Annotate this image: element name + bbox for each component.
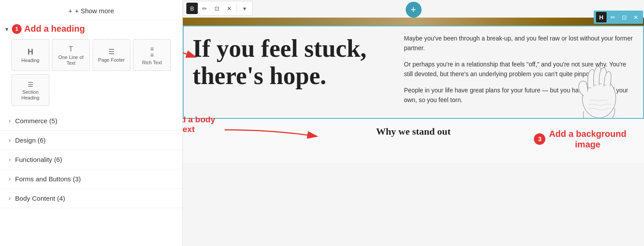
add-heading-label: ▾ 1 Add a heading	[5, 24, 177, 34]
block-label-heading: Heading	[22, 58, 40, 63]
one-line-text-icon: T	[69, 46, 73, 53]
category-label-functionality: Functionality (6)	[15, 156, 62, 163]
editing-block: H ✏ ⊡ ✕ If you feel stuck, there's hope.…	[183, 26, 644, 119]
chevron-forms-icon: ›	[9, 176, 11, 182]
block-toolbar-top: B ✏ ⊡ ✕ ▾	[184, 1, 253, 16]
heading-copy-button[interactable]: ⊡	[619, 12, 629, 22]
toolbar-edit-button[interactable]: ✏	[199, 3, 210, 14]
heading-edit-toolbar: H ✏ ⊡ ✕	[594, 11, 643, 24]
category-item-forms-buttons[interactable]: › Forms and Buttons (3)	[0, 169, 182, 189]
category-label-design: Design (6)	[15, 136, 45, 144]
add-background-label: Add a backgroundimage	[549, 129, 626, 150]
block-label-page-footer: Page Footer	[98, 57, 125, 63]
category-item-design[interactable]: › Design (6)	[0, 131, 182, 150]
bottom-section: Why we stand out 3 Add a backgroundimage	[183, 119, 644, 163]
heading-block-icon: H	[28, 48, 33, 56]
sketch-illustration	[564, 56, 634, 127]
main-heading-text: If you feel stuck, there's hope.	[184, 26, 395, 118]
show-more-label: + Show more	[75, 7, 114, 15]
category-list: › Commerce (5) › Design (6) › Functional…	[0, 110, 182, 246]
image-strip	[183, 18, 644, 26]
block-grid-row1: H Heading T One Line of Text ☰ Page Foot…	[5, 37, 177, 74]
main-content: B ✏ ⊡ ✕ ▾ + H ✏ ⊡ ✕ If you feel stuck, t…	[183, 0, 644, 163]
badge-1: 1	[12, 24, 22, 34]
plus-icon: +	[68, 7, 72, 15]
block-item-section-heading[interactable]: ☰ Section Heading	[11, 74, 49, 106]
toolbar-delete-button[interactable]: ✕	[223, 3, 235, 14]
collapse-chevron-button[interactable]: ▾	[5, 26, 8, 33]
category-label-body: Body Content (4)	[15, 195, 65, 202]
chevron-functionality-icon: ›	[9, 156, 11, 163]
block-item-page-footer[interactable]: ☰ Page Footer	[93, 39, 130, 71]
category-item-functionality[interactable]: › Functionality (6)	[0, 150, 182, 169]
sidebar: + + Show more ▾ 1 Add a heading H Headin…	[0, 0, 183, 246]
page-footer-icon: ☰	[108, 48, 115, 55]
add-heading-section: ▾ 1 Add a heading H Heading T One Line o…	[0, 20, 182, 110]
toolbar-duplicate-button[interactable]: ⊡	[211, 3, 222, 14]
block-label-section-heading: Section Heading	[14, 89, 47, 101]
category-label-commerce: Commerce (5)	[15, 117, 57, 125]
section-heading-icon: ☰	[28, 81, 33, 88]
category-label-forms: Forms and Buttons (3)	[15, 175, 81, 183]
category-item-commerce[interactable]: › Commerce (5)	[0, 111, 182, 131]
heading-delete-button[interactable]: ✕	[630, 12, 641, 22]
show-more-button[interactable]: + + Show more	[0, 4, 182, 17]
block-item-one-line-text[interactable]: T One Line of Text	[52, 39, 90, 71]
chevron-body-icon: ›	[9, 195, 11, 202]
badge-3: 3	[534, 133, 545, 145]
toolbar-bold-button[interactable]: B	[186, 3, 198, 14]
add-background-annotation: 3 Add a backgroundimage	[534, 129, 626, 150]
right-text-column: Maybe you've been through a break-up, an…	[395, 26, 643, 118]
rich-text-icon: ≡≡	[150, 46, 154, 58]
add-block-plus-button[interactable]: +	[406, 2, 422, 18]
toolbar-divider	[237, 4, 237, 12]
main-wrapper: B ✏ ⊡ ✕ ▾ + H ✏ ⊡ ✕ If you feel stuck, t…	[183, 0, 644, 246]
block-label-one-line-text: One Line of Text	[54, 55, 88, 66]
heading-pencil-button[interactable]: ✏	[607, 12, 618, 22]
block-grid-row2: ☰ Section Heading	[5, 74, 177, 110]
heading-bold-button[interactable]: H	[596, 12, 607, 22]
paragraph-1: Maybe you've been through a break-up, an…	[404, 33, 634, 53]
sidebar-top: + + Show more	[0, 0, 182, 20]
block-label-rich-text: Rich Text	[142, 60, 162, 66]
chevron-commerce-icon: ›	[9, 117, 11, 124]
block-item-heading[interactable]: H Heading	[11, 39, 49, 71]
add-heading-title: Add a heading	[24, 24, 85, 34]
chevron-design-icon: ›	[9, 137, 11, 143]
block-item-rich-text[interactable]: ≡≡ Rich Text	[133, 39, 171, 71]
category-item-body-content[interactable]: › Body Content (4)	[0, 189, 182, 208]
toolbar-more-button[interactable]: ▾	[239, 3, 250, 14]
